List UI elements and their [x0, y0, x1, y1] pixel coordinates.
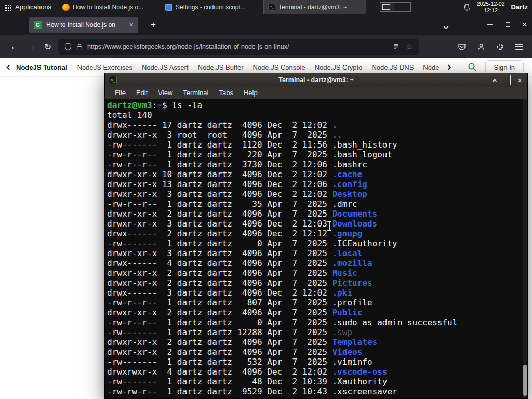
nav-scroll-right-icon[interactable] — [446, 64, 451, 70]
site-nav-active-item[interactable]: NodeJS Tutorial — [16, 63, 68, 71]
file-meta: -rw-rw-r-- 1 dartz dartz 9529 Dec 2 10:4… — [107, 387, 332, 396]
workspace-pager[interactable] — [380, 0, 411, 14]
extensions-puzzle-icon[interactable] — [496, 43, 504, 51]
taskbar-button[interactable]: Settings - codium script... — [161, 0, 263, 14]
toolbar-icons — [458, 43, 526, 51]
window-icon — [165, 4, 172, 11]
terminal-line: drwxr-xr-x 2 dartz dartz 4096 Apr 7 2025… — [107, 308, 527, 317]
file-meta: drwxr-xr-x 3 root root 4096 Apr 7 2025 — [107, 130, 332, 140]
file-name: .sudo_as_admin_successful — [332, 317, 457, 327]
browser-maximize-button[interactable] — [499, 14, 516, 35]
search-icon[interactable] — [468, 62, 477, 72]
back-button[interactable]: ← — [6, 38, 23, 55]
tab-title: How to Install Node.js on — [46, 21, 125, 29]
account-icon[interactable] — [477, 43, 485, 51]
file-name: .vscode-oss — [332, 367, 387, 377]
terminal-menu-item[interactable]: Help — [238, 89, 263, 97]
taskbar-button[interactable]: How to Install Node.js o... — [58, 0, 161, 14]
terminal-menu-item[interactable]: View — [153, 89, 178, 97]
file-name: .swp — [332, 327, 352, 337]
tracking-shield-icon[interactable] — [64, 43, 72, 51]
browser-minimize-button[interactable] — [481, 14, 498, 35]
file-name: .cache — [332, 169, 362, 179]
file-name: .config — [332, 179, 367, 189]
site-nav-items: NodeJS ExercisesNode.JS AssertNode.JS Bu… — [73, 63, 444, 71]
panel-clock[interactable]: 2025-12-02 12:12 — [477, 1, 505, 14]
terminal-line: -rw-r--r-- 1 dartz dartz 0 Apr 7 2025 .s… — [107, 317, 527, 327]
terminal-output: dartz@vm3:~$ ls -latotal 140drwx------ 1… — [107, 100, 527, 396]
site-nav-item[interactable]: Node.JS Console — [252, 63, 305, 71]
site-nav-item[interactable]: Node.JS Buffer — [198, 63, 244, 71]
window-icon — [268, 4, 275, 11]
terminal-maximize-button[interactable] — [510, 75, 511, 85]
lock-icon[interactable] — [76, 43, 83, 51]
site-nav-item[interactable]: Node.JS Assert — [142, 63, 189, 71]
applications-menu-button[interactable]: Applications — [0, 0, 58, 14]
tab-close-icon[interactable]: × — [129, 21, 134, 29]
site-favicon: G — [34, 21, 42, 29]
terminal-window: >_ Terminal - dartz@vm3: ~ × FileEditVie… — [104, 73, 528, 399]
pocket-icon[interactable] — [458, 43, 466, 51]
terminal-line: drwxr-xr-x 13 dartz dartz 4096 Dec 2 12:… — [107, 179, 527, 189]
file-meta: drwxr-xr-x 2 dartz dartz 4096 Apr 7 2025 — [107, 268, 332, 278]
all-tabs-button[interactable] — [444, 21, 448, 31]
terminal-line: -rw------- 1 dartz dartz 48 Dec 2 10:39 … — [107, 377, 527, 387]
terminal-scrollbar[interactable] — [523, 99, 527, 398]
file-meta: drwx------ 4 dartz dartz 4096 Apr 7 2025 — [107, 258, 332, 268]
terminal-titlebar[interactable]: >_ Terminal - dartz@vm3: ~ × — [105, 73, 527, 87]
bookmark-star-icon[interactable]: ☆ — [406, 43, 413, 51]
file-name: .gnupg — [332, 229, 362, 238]
maximize-icon — [510, 75, 511, 85]
notification-bell-icon[interactable] — [463, 3, 471, 11]
terminal-line: -rw-r--r-- 1 dartz dartz 3730 Dec 2 12:0… — [107, 159, 527, 169]
browser-tab[interactable]: G How to Install Node.js on × — [29, 17, 138, 33]
site-nav-item[interactable]: Node.JS Crypto — [315, 63, 363, 71]
file-name: Desktop — [332, 189, 367, 199]
sign-in-button[interactable]: Sign In — [485, 60, 524, 74]
terminal-line: drwxr-xr-x 3 root root 4096 Apr 7 2025 .… — [107, 130, 527, 140]
forward-button[interactable]: → — [23, 38, 39, 55]
terminal-line: -rw-r--r-- 1 dartz dartz 220 Apr 7 2025 … — [107, 150, 527, 159]
terminal-line: -rw------- 1 dartz dartz 1120 Dec 2 11:5… — [107, 140, 527, 150]
menu-button[interactable] — [515, 44, 523, 49]
file-meta: -rw------- 1 dartz dartz 48 Dec 2 10:39 — [107, 377, 332, 387]
reload-button[interactable]: ↻ — [39, 38, 56, 55]
terminal-menu-item[interactable]: Tabs — [214, 89, 238, 97]
file-meta: drwxr-xr-x 2 dartz dartz 4096 Apr 7 2025 — [107, 278, 332, 288]
terminal-menubar: FileEditViewTerminalTabsHelp — [105, 87, 527, 99]
file-meta: -rw-r--r-- 1 dartz dartz 0 Apr 7 2025 — [107, 317, 332, 327]
file-name: Templates — [332, 337, 377, 347]
terminal-line: drwxrwxr-x 4 dartz dartz 4096 Dec 2 12:0… — [107, 367, 527, 377]
workspace-cell-active[interactable] — [380, 3, 395, 11]
terminal-shade-button[interactable] — [493, 75, 496, 85]
terminal-content[interactable]: dartz@vm3:~$ ls -latotal 140drwx------ 1… — [105, 99, 527, 398]
terminal-line: drwxr-xr-x 3 dartz dartz 4096 Dec 2 12:0… — [107, 189, 527, 199]
file-meta: drwx------ 17 dartz dartz 4096 Dec 2 12:… — [107, 120, 332, 130]
terminal-menu-item[interactable]: Terminal — [178, 89, 214, 97]
browser-close-button[interactable]: × — [517, 14, 532, 35]
workspace-cell[interactable] — [395, 3, 410, 11]
scrollbar-thumb[interactable] — [523, 365, 527, 396]
file-name: Music — [332, 268, 357, 278]
file-name: Pictures — [332, 278, 372, 288]
new-tab-button[interactable]: + — [147, 19, 159, 31]
command-text: ls -la — [172, 100, 202, 110]
site-nav-item[interactable]: Node — [423, 63, 439, 71]
terminal-menu-item[interactable]: Edit — [131, 89, 153, 97]
file-name: Public — [332, 308, 362, 317]
taskbar-button[interactable]: Terminal - dartz@vm3: ~ — [263, 0, 366, 14]
file-name: .Xauthority — [332, 377, 387, 387]
terminal-line: drwx------ 17 dartz dartz 4096 Dec 2 12:… — [107, 120, 527, 130]
file-meta: drwxr-xr-x 3 dartz dartz 4096 Apr 7 2025 — [107, 248, 332, 258]
nav-scroll-left-icon[interactable] — [7, 64, 12, 70]
terminal-close-button[interactable]: × — [517, 76, 522, 84]
file-meta: -rw------- 1 dartz dartz 532 Apr 7 2025 — [107, 357, 332, 367]
terminal-menu-item[interactable]: File — [110, 89, 131, 97]
terminal-line: drwx------ 3 dartz dartz 4096 Dec 2 12:0… — [107, 288, 527, 298]
reader-mode-icon[interactable] — [392, 43, 400, 50]
site-nav-item[interactable]: Node.JS DNS — [371, 63, 414, 71]
site-nav-item[interactable]: NodeJS Exercises — [77, 63, 132, 71]
url-bar[interactable]: https://www.geeksforgeeks.org/node-js/in… — [58, 39, 419, 55]
applications-grid-icon — [4, 4, 11, 11]
file-name: .dmrc — [332, 199, 357, 209]
